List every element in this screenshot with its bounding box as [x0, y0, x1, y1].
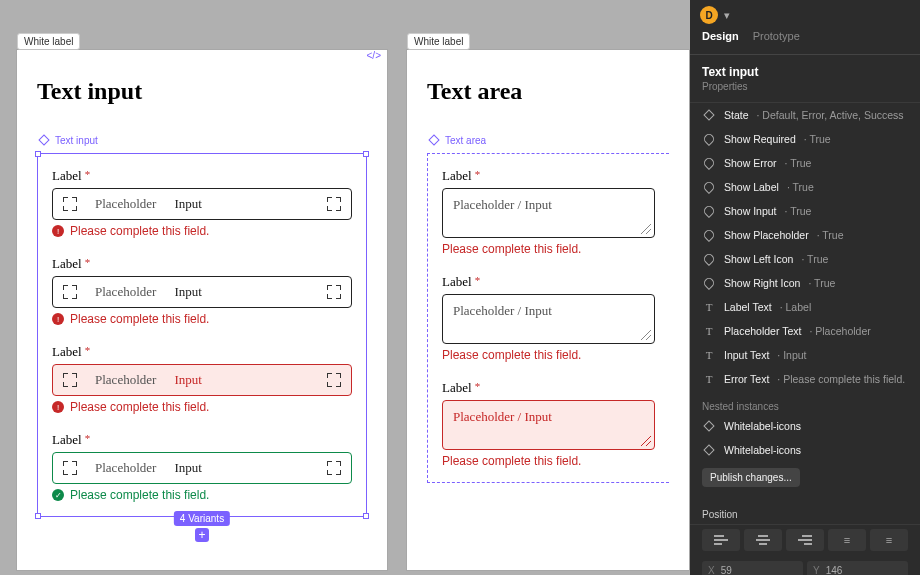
- align-top-button[interactable]: ≡: [828, 529, 866, 551]
- property-row[interactable]: Show Placeholder · True: [690, 223, 920, 247]
- frame-text-input[interactable]: Text input Text input </> Label * Placeh…: [17, 50, 387, 570]
- input-text: Input: [174, 284, 309, 300]
- input-row[interactable]: Placeholder Input: [52, 188, 352, 220]
- property-row[interactable]: Show Right Icon · True: [690, 271, 920, 295]
- boolean-icon: [702, 228, 716, 242]
- avatar[interactable]: D: [700, 6, 718, 24]
- field-label: Label: [52, 344, 82, 359]
- field-label: Label: [52, 432, 82, 447]
- selection-handle[interactable]: [35, 151, 41, 157]
- instance-icon: [702, 419, 716, 433]
- x-input[interactable]: X59: [702, 561, 803, 575]
- tab-design[interactable]: Design: [702, 30, 739, 46]
- property-value: · True: [804, 133, 831, 145]
- frame-title: Text input: [37, 78, 367, 105]
- frame-text-area[interactable]: Text area Text area Label * Placeholder …: [407, 50, 689, 570]
- resize-handle-icon[interactable]: [641, 436, 651, 446]
- add-variant-button[interactable]: +: [195, 528, 209, 542]
- field-variant-active[interactable]: Label * Placeholder Input !Please comple…: [52, 256, 352, 326]
- svg-line-2: [641, 330, 651, 340]
- boolean-icon: [702, 252, 716, 266]
- input-row[interactable]: Placeholder Input: [52, 276, 352, 308]
- property-value: · Label: [780, 301, 812, 313]
- component-box[interactable]: Label * Placeholder / Input Please compl…: [427, 153, 669, 483]
- textarea-variant-active[interactable]: Label * Placeholder / Input Please compl…: [442, 274, 655, 362]
- property-name: Input Text: [724, 349, 769, 361]
- field-variant-error[interactable]: Label * Placeholder Input !Please comple…: [52, 344, 352, 414]
- component-icon: [427, 133, 441, 147]
- tab-prototype[interactable]: Prototype: [753, 30, 800, 46]
- align-hcenter-button[interactable]: [744, 529, 782, 551]
- selection-handle[interactable]: [35, 513, 41, 519]
- frame-label[interactable]: White label: [17, 33, 80, 50]
- resize-handle-icon[interactable]: [641, 330, 651, 340]
- left-icon: [63, 373, 77, 387]
- property-name: State: [724, 109, 749, 121]
- chevron-down-icon[interactable]: ▾: [724, 9, 730, 22]
- required-mark: *: [85, 256, 91, 268]
- property-value: · Default, Error, Active, Success: [757, 109, 904, 121]
- nested-instances-heading: Nested instances: [690, 393, 920, 414]
- publish-button[interactable]: Publish changes...: [702, 468, 800, 487]
- component-name: Text area: [445, 135, 486, 146]
- nested-instance-row[interactable]: Whitelabel-icons: [690, 414, 920, 438]
- boolean-icon: [702, 204, 716, 218]
- right-icon: [327, 461, 341, 475]
- frame-title: Text area: [427, 78, 669, 105]
- textarea-variant-default[interactable]: Label * Placeholder / Input Please compl…: [442, 168, 655, 256]
- field-variant-default[interactable]: Label * Placeholder Input !Please comple…: [52, 168, 352, 238]
- input-row[interactable]: Placeholder Input: [52, 452, 352, 484]
- property-row[interactable]: TLabel Text · Label: [690, 295, 920, 319]
- textarea[interactable]: Placeholder / Input: [442, 294, 655, 344]
- property-row[interactable]: Show Input · True: [690, 199, 920, 223]
- property-row[interactable]: Show Required · True: [690, 127, 920, 151]
- dev-mode-icon[interactable]: </>: [367, 50, 381, 61]
- align-right-button[interactable]: [786, 529, 824, 551]
- property-row[interactable]: TInput Text · Input: [690, 343, 920, 367]
- property-row[interactable]: Show Error · True: [690, 151, 920, 175]
- required-mark: *: [475, 168, 481, 180]
- property-row[interactable]: TPlaceholder Text · Placeholder: [690, 319, 920, 343]
- selection-handle[interactable]: [363, 513, 369, 519]
- nested-instance-row[interactable]: Whitelabel-icons: [690, 438, 920, 462]
- align-left-button[interactable]: [702, 529, 740, 551]
- property-row[interactable]: State · Default, Error, Active, Success: [690, 103, 920, 127]
- property-row[interactable]: Show Label · True: [690, 175, 920, 199]
- property-row[interactable]: Show Left Icon · True: [690, 247, 920, 271]
- textarea[interactable]: Placeholder / Input: [442, 188, 655, 238]
- component-header[interactable]: Text input </>: [37, 133, 367, 147]
- boolean-icon: [702, 180, 716, 194]
- field-variant-success[interactable]: Label * Placeholder Input ✓Please comple…: [52, 432, 352, 502]
- placeholder-text: Placeholder / Input: [453, 197, 552, 212]
- align-vcenter-button[interactable]: ≡: [870, 529, 908, 551]
- resize-handle-icon[interactable]: [641, 224, 651, 234]
- property-name: Error Text: [724, 373, 769, 385]
- input-row[interactable]: Placeholder Input: [52, 364, 352, 396]
- required-mark: *: [475, 380, 481, 392]
- instance-name: Whitelabel-icons: [724, 420, 801, 432]
- instance-icon: [702, 443, 716, 457]
- component-header[interactable]: Text area: [427, 133, 669, 147]
- placeholder-text: Placeholder / Input: [453, 409, 552, 424]
- property-row[interactable]: TError Text · Please complete this field…: [690, 367, 920, 391]
- textarea-variant-error[interactable]: Label * Placeholder / Input Please compl…: [442, 380, 655, 468]
- property-name: Label Text: [724, 301, 772, 313]
- text-icon: T: [702, 348, 716, 362]
- left-icon: [63, 197, 77, 211]
- field-label: Label: [442, 274, 472, 289]
- placeholder-text: Placeholder / Input: [453, 303, 552, 318]
- frame-label[interactable]: White label: [407, 33, 470, 50]
- component-selection[interactable]: Label * Placeholder Input !Please comple…: [37, 153, 367, 517]
- property-value: · True: [785, 157, 812, 169]
- selection-handle[interactable]: [363, 151, 369, 157]
- required-mark: *: [475, 274, 481, 286]
- property-value: · True: [808, 277, 835, 289]
- text-icon: T: [702, 300, 716, 314]
- helper-text: Please complete this field.: [442, 454, 581, 468]
- variants-badge[interactable]: 4 Variants: [174, 511, 230, 526]
- placeholder-text: Placeholder: [95, 460, 156, 476]
- alignment-row: ≡ ≡: [690, 525, 920, 555]
- y-input[interactable]: Y146: [807, 561, 908, 575]
- svg-line-0: [641, 224, 651, 234]
- textarea[interactable]: Placeholder / Input: [442, 400, 655, 450]
